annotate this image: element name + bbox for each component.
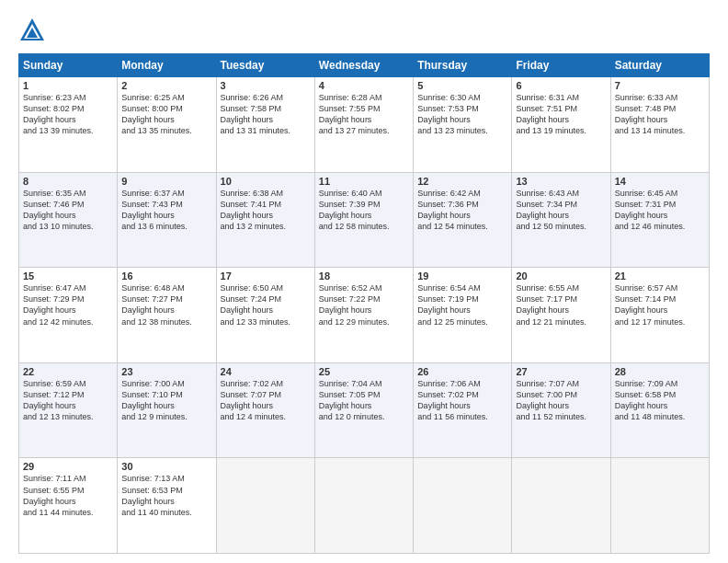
- day-info: Sunrise: 7:00 AMSunset: 7:10 PMDaylight …: [121, 378, 211, 423]
- calendar-cell: 30Sunrise: 7:13 AMSunset: 6:53 PMDayligh…: [118, 458, 216, 554]
- calendar-cell: 24Sunrise: 7:02 AMSunset: 7:07 PMDayligh…: [216, 362, 314, 458]
- calendar-cell: 8Sunrise: 6:35 AMSunset: 7:46 PMDaylight…: [19, 172, 118, 268]
- calendar-cell: 4Sunrise: 6:28 AMSunset: 7:55 PMDaylight…: [314, 77, 413, 173]
- calendar-cell: [512, 458, 610, 554]
- day-info: Sunrise: 6:33 AMSunset: 7:48 PMDaylight …: [615, 92, 705, 137]
- day-info: Sunrise: 6:31 AMSunset: 7:51 PMDaylight …: [516, 92, 606, 137]
- day-number: 14: [615, 176, 705, 187]
- day-number: 23: [121, 366, 211, 377]
- calendar-cell: 5Sunrise: 6:30 AMSunset: 7:53 PMDaylight…: [414, 77, 512, 173]
- day-number: 8: [23, 176, 113, 187]
- day-info: Sunrise: 6:23 AMSunset: 8:02 PMDaylight …: [23, 92, 113, 137]
- calendar-cell: 2Sunrise: 6:25 AMSunset: 8:00 PMDaylight…: [118, 77, 216, 173]
- day-info: Sunrise: 6:59 AMSunset: 7:12 PMDaylight …: [23, 378, 113, 423]
- day-info: Sunrise: 7:02 AMSunset: 7:07 PMDaylight …: [221, 378, 311, 423]
- day-info: Sunrise: 7:07 AMSunset: 7:00 PMDaylight …: [516, 378, 606, 423]
- calendar-cell: 28Sunrise: 7:09 AMSunset: 6:58 PMDayligh…: [610, 362, 709, 458]
- calendar-cell: [216, 458, 314, 554]
- calendar-week-2: 8Sunrise: 6:35 AMSunset: 7:46 PMDaylight…: [19, 172, 710, 268]
- day-number: 20: [516, 270, 606, 282]
- day-number: 16: [121, 270, 211, 282]
- day-number: 4: [319, 80, 409, 91]
- calendar-cell: 29Sunrise: 7:11 AMSunset: 6:55 PMDayligh…: [19, 458, 118, 554]
- calendar-cell: 22Sunrise: 6:59 AMSunset: 7:12 PMDayligh…: [19, 362, 118, 458]
- page: SundayMondayTuesdayWednesdayThursdayFrid…: [0, 0, 728, 563]
- calendar-cell: 14Sunrise: 6:45 AMSunset: 7:31 PMDayligh…: [610, 172, 709, 268]
- calendar-week-4: 22Sunrise: 6:59 AMSunset: 7:12 PMDayligh…: [19, 362, 710, 458]
- day-info: Sunrise: 7:13 AMSunset: 6:53 PMDaylight …: [121, 473, 211, 518]
- calendar-cell: 17Sunrise: 6:50 AMSunset: 7:24 PMDayligh…: [216, 268, 314, 363]
- logo: [18, 17, 50, 44]
- day-info: Sunrise: 6:37 AMSunset: 7:43 PMDaylight …: [121, 188, 211, 233]
- day-number: 18: [319, 270, 409, 282]
- day-number: 9: [121, 176, 211, 187]
- calendar-cell: 13Sunrise: 6:43 AMSunset: 7:34 PMDayligh…: [512, 172, 610, 268]
- day-info: Sunrise: 6:30 AMSunset: 7:53 PMDaylight …: [417, 92, 507, 137]
- day-info: Sunrise: 6:40 AMSunset: 7:39 PMDaylight …: [319, 188, 409, 233]
- header-row: SundayMondayTuesdayWednesdayThursdayFrid…: [19, 54, 710, 77]
- header: [18, 17, 710, 44]
- day-number: 12: [417, 176, 507, 187]
- day-info: Sunrise: 6:52 AMSunset: 7:22 PMDaylight …: [319, 282, 409, 327]
- calendar-cell: 6Sunrise: 6:31 AMSunset: 7:51 PMDaylight…: [512, 77, 610, 173]
- calendar-cell: 10Sunrise: 6:38 AMSunset: 7:41 PMDayligh…: [216, 172, 314, 268]
- day-number: 3: [221, 80, 311, 91]
- calendar-week-3: 15Sunrise: 6:47 AMSunset: 7:29 PMDayligh…: [19, 268, 710, 363]
- day-header-thursday: Thursday: [414, 54, 512, 77]
- calendar-cell: 7Sunrise: 6:33 AMSunset: 7:48 PMDaylight…: [610, 77, 709, 173]
- day-header-wednesday: Wednesday: [314, 54, 413, 77]
- calendar-cell: [610, 458, 709, 554]
- day-number: 1: [23, 80, 113, 91]
- day-number: 17: [221, 270, 311, 282]
- calendar-cell: [414, 458, 512, 554]
- calendar-cell: 3Sunrise: 6:26 AMSunset: 7:58 PMDaylight…: [216, 77, 314, 173]
- calendar-cell: 9Sunrise: 6:37 AMSunset: 7:43 PMDaylight…: [118, 172, 216, 268]
- calendar-cell: 26Sunrise: 7:06 AMSunset: 7:02 PMDayligh…: [414, 362, 512, 458]
- calendar-cell: 12Sunrise: 6:42 AMSunset: 7:36 PMDayligh…: [414, 172, 512, 268]
- logo-icon: [18, 17, 46, 44]
- day-header-saturday: Saturday: [610, 54, 709, 77]
- day-info: Sunrise: 6:38 AMSunset: 7:41 PMDaylight …: [221, 188, 311, 233]
- calendar-cell: 23Sunrise: 7:00 AMSunset: 7:10 PMDayligh…: [118, 362, 216, 458]
- calendar-cell: 19Sunrise: 6:54 AMSunset: 7:19 PMDayligh…: [414, 268, 512, 363]
- day-info: Sunrise: 6:28 AMSunset: 7:55 PMDaylight …: [319, 92, 409, 137]
- day-header-sunday: Sunday: [19, 54, 118, 77]
- calendar-header: SundayMondayTuesdayWednesdayThursdayFrid…: [19, 54, 710, 77]
- day-number: 28: [615, 366, 705, 377]
- day-number: 25: [319, 366, 409, 377]
- day-number: 26: [417, 366, 507, 377]
- day-header-tuesday: Tuesday: [216, 54, 314, 77]
- day-number: 22: [23, 366, 113, 377]
- day-info: Sunrise: 6:54 AMSunset: 7:19 PMDaylight …: [417, 282, 507, 327]
- day-number: 13: [516, 176, 606, 187]
- day-info: Sunrise: 6:55 AMSunset: 7:17 PMDaylight …: [516, 282, 606, 327]
- day-number: 10: [221, 176, 311, 187]
- calendar-week-5: 29Sunrise: 7:11 AMSunset: 6:55 PMDayligh…: [19, 458, 710, 554]
- calendar-cell: 11Sunrise: 6:40 AMSunset: 7:39 PMDayligh…: [314, 172, 413, 268]
- day-info: Sunrise: 6:42 AMSunset: 7:36 PMDaylight …: [417, 188, 507, 233]
- day-number: 6: [516, 80, 606, 91]
- day-number: 24: [221, 366, 311, 377]
- day-number: 21: [615, 270, 705, 282]
- day-number: 29: [23, 461, 113, 472]
- day-info: Sunrise: 7:11 AMSunset: 6:55 PMDaylight …: [23, 473, 113, 518]
- day-info: Sunrise: 6:25 AMSunset: 8:00 PMDaylight …: [121, 92, 211, 137]
- day-info: Sunrise: 7:06 AMSunset: 7:02 PMDaylight …: [417, 378, 507, 423]
- day-info: Sunrise: 6:26 AMSunset: 7:58 PMDaylight …: [221, 92, 311, 137]
- day-info: Sunrise: 6:47 AMSunset: 7:29 PMDaylight …: [23, 282, 113, 327]
- day-number: 27: [516, 366, 606, 377]
- calendar-cell: 18Sunrise: 6:52 AMSunset: 7:22 PMDayligh…: [314, 268, 413, 363]
- day-number: 5: [417, 80, 507, 91]
- calendar-cell: 21Sunrise: 6:57 AMSunset: 7:14 PMDayligh…: [610, 268, 709, 363]
- calendar-table: SundayMondayTuesdayWednesdayThursdayFrid…: [18, 53, 710, 554]
- day-info: Sunrise: 6:35 AMSunset: 7:46 PMDaylight …: [23, 188, 113, 233]
- day-number: 30: [121, 461, 211, 472]
- day-info: Sunrise: 6:48 AMSunset: 7:27 PMDaylight …: [121, 282, 211, 327]
- calendar-cell: 1Sunrise: 6:23 AMSunset: 8:02 PMDaylight…: [19, 77, 118, 173]
- calendar-cell: 20Sunrise: 6:55 AMSunset: 7:17 PMDayligh…: [512, 268, 610, 363]
- day-number: 2: [121, 80, 211, 91]
- calendar-week-1: 1Sunrise: 6:23 AMSunset: 8:02 PMDaylight…: [19, 77, 710, 173]
- day-number: 19: [417, 270, 507, 282]
- day-info: Sunrise: 6:50 AMSunset: 7:24 PMDaylight …: [221, 282, 311, 327]
- day-number: 7: [615, 80, 705, 91]
